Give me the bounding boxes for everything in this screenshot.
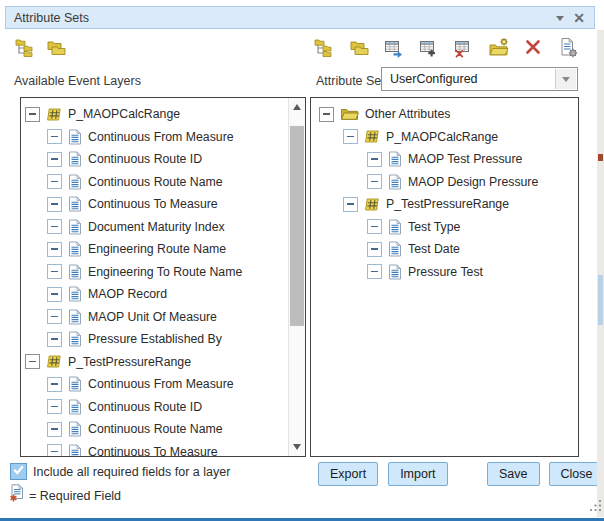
table-arrow-icon[interactable] (383, 37, 405, 59)
field-icon (68, 174, 82, 190)
tree-item[interactable]: Continuous From Measure (21, 373, 288, 396)
include-required-fields-checkbox[interactable] (10, 463, 27, 480)
dropdown-button[interactable] (555, 69, 576, 89)
collapse-box-icon[interactable] (367, 174, 382, 189)
collapse-box-icon[interactable] (47, 197, 62, 212)
field-icon (68, 399, 82, 415)
background-artifact (598, 154, 603, 161)
tree-item[interactable]: P_MAOPCalcRange (21, 103, 288, 126)
folder-gear-icon[interactable] (488, 37, 510, 59)
scroll-down-icon[interactable] (289, 439, 305, 455)
collapse-box-icon[interactable] (343, 129, 358, 144)
tree-item[interactable]: Engineering Route Name (21, 238, 288, 261)
event-layer-icon (364, 129, 380, 144)
event-layer-icon (46, 107, 62, 122)
tree-item[interactable]: P_TestPressureRange (311, 193, 578, 216)
tree-item[interactable]: Test Type (311, 216, 578, 239)
tree-item[interactable]: P_MAOPCalcRange (311, 126, 578, 149)
collapse-box-icon[interactable] (47, 444, 62, 456)
collapse-box-icon[interactable] (367, 152, 382, 167)
tree-item-label: Continuous From Measure (88, 377, 234, 391)
tree-item[interactable]: Continuous To Measure (21, 193, 288, 216)
close-button[interactable]: Close (549, 462, 604, 486)
document-gear-icon[interactable] (558, 37, 580, 59)
tree-item-label: Continuous To Measure (88, 197, 218, 211)
collapse-box-icon[interactable] (47, 399, 62, 414)
save-button[interactable]: Save (487, 462, 540, 486)
tree-item[interactable]: Continuous Route ID (21, 148, 288, 171)
tree-item-label: MAOP Test Pressure (408, 152, 522, 166)
tree-item[interactable]: Continuous From Measure (21, 126, 288, 149)
tree-item[interactable]: MAOP Design Pressure (311, 171, 578, 194)
collapse-box-icon[interactable] (47, 309, 62, 324)
field-icon (68, 331, 82, 347)
tree-item[interactable]: Continuous To Measure (21, 441, 288, 457)
event-layer-icon (46, 354, 62, 369)
tree-add-icon[interactable] (313, 37, 335, 59)
tree-item[interactable]: Other Attributes (311, 103, 578, 126)
collapse-box-icon[interactable] (47, 287, 62, 302)
close-icon[interactable]: ✕ (573, 11, 585, 25)
collapse-box-icon[interactable] (367, 264, 382, 279)
export-button[interactable]: Export (318, 462, 378, 486)
tree-item-label: Pressure Established By (88, 332, 222, 346)
field-icon (388, 241, 402, 257)
scroll-up-icon[interactable] (289, 99, 305, 115)
folders-icon[interactable] (348, 37, 370, 59)
resize-grip-icon[interactable] (589, 498, 602, 516)
collapse-box-icon[interactable] (47, 219, 62, 234)
tree-item[interactable]: Continuous Route Name (21, 171, 288, 194)
tree-add-icon[interactable] (14, 37, 36, 59)
available-event-layers-panel: P_MAOPCalcRangeContinuous From MeasureCo… (20, 97, 306, 457)
tree-item-label: Continuous From Measure (88, 130, 234, 144)
collapse-box-icon[interactable] (343, 197, 358, 212)
table-x-icon[interactable] (453, 37, 475, 59)
field-icon (388, 174, 402, 190)
tree-item-label: Continuous To Measure (88, 445, 218, 456)
collapse-box-icon[interactable] (367, 219, 382, 234)
vertical-scrollbar[interactable] (288, 98, 305, 456)
tree-item-label: P_MAOPCalcRange (68, 107, 180, 121)
available-layers-tree: P_MAOPCalcRangeContinuous From MeasureCo… (21, 98, 288, 456)
toolbar-right (313, 37, 580, 59)
scrollbar-thumb[interactable] (290, 126, 304, 326)
tree-item-label: Engineering Route Name (88, 242, 226, 256)
collapse-box-icon[interactable] (47, 129, 62, 144)
collapse-box-icon[interactable] (319, 107, 334, 122)
toolbar-left (14, 37, 67, 59)
title-bar[interactable]: Attribute Sets ✕ (5, 6, 595, 29)
tree-item[interactable]: Continuous Route Name (21, 418, 288, 441)
collapse-box-icon[interactable] (25, 107, 40, 122)
tree-item[interactable]: Continuous Route ID (21, 396, 288, 419)
red-x-icon[interactable] (523, 37, 545, 59)
collapse-box-icon[interactable] (47, 242, 62, 257)
table-plus-icon[interactable] (418, 37, 440, 59)
tree-item[interactable]: Test Date (311, 238, 578, 261)
tree-item[interactable]: Document Maturity Index (21, 216, 288, 239)
collapse-box-icon[interactable] (47, 422, 62, 437)
collapse-box-icon[interactable] (25, 354, 40, 369)
tree-item[interactable]: P_TestPressureRange (21, 351, 288, 374)
collapse-box-icon[interactable] (47, 377, 62, 392)
tree-item[interactable]: Pressure Established By (21, 328, 288, 351)
collapse-box-icon[interactable] (367, 242, 382, 257)
attribute-set-value: UserConfigured (390, 72, 478, 86)
tree-item[interactable]: MAOP Unit Of Measure (21, 306, 288, 329)
import-button[interactable]: Import (388, 462, 447, 486)
collapse-box-icon[interactable] (47, 174, 62, 189)
tree-item-label: P_MAOPCalcRange (386, 130, 498, 144)
tree-item[interactable]: Pressure Test (311, 261, 578, 284)
field-icon (68, 196, 82, 212)
collapse-arrow-icon[interactable] (556, 16, 564, 21)
titlebar-controls: ✕ (556, 11, 594, 25)
tree-item[interactable]: MAOP Record (21, 283, 288, 306)
available-event-layers-label: Available Event Layers (14, 74, 141, 88)
field-icon (68, 421, 82, 437)
attribute-set-dropdown[interactable]: UserConfigured (381, 67, 578, 91)
tree-item[interactable]: MAOP Test Pressure (311, 148, 578, 171)
collapse-box-icon[interactable] (47, 264, 62, 279)
collapse-box-icon[interactable] (47, 152, 62, 167)
tree-item[interactable]: Engineering To Route Name (21, 261, 288, 284)
folders-icon[interactable] (45, 37, 67, 59)
collapse-box-icon[interactable] (47, 332, 62, 347)
